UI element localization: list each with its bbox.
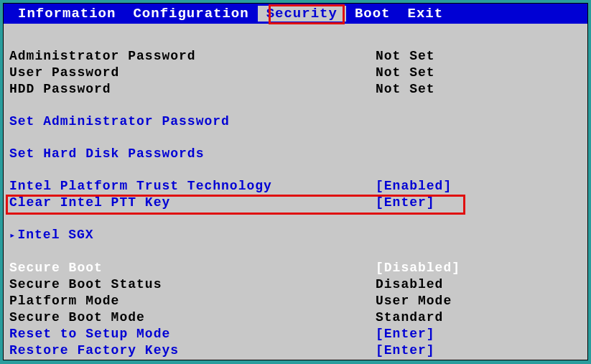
label-set-admin-password: Set Administrator Password	[9, 113, 376, 130]
label-set-hdd-passwords: Set Hard Disk Passwords	[9, 146, 376, 162]
row-set-admin-password[interactable]: Set Administrator Password	[9, 113, 582, 130]
value-secure-boot-mode: Standard	[376, 309, 582, 326]
label-platform-mode: Platform Mode	[9, 293, 376, 309]
row-intel-sgx[interactable]: Intel SGX	[9, 227, 582, 244]
value-intel-ptt: [Enabled]	[376, 178, 582, 195]
label-admin-password: Administrator Password	[9, 48, 376, 65]
value-platform-mode: User Mode	[376, 293, 582, 309]
menu-configuration[interactable]: Configuration	[124, 6, 257, 22]
menu-information[interactable]: Information	[9, 6, 124, 22]
label-restore-factory-keys: Restore Factory Keys	[9, 342, 376, 359]
menu-exit[interactable]: Exit	[399, 6, 452, 22]
row-reset-setup-mode[interactable]: Reset to Setup Mode [Enter]	[9, 326, 582, 342]
label-secure-boot-mode: Secure Boot Mode	[9, 309, 376, 326]
row-platform-mode: Platform Mode User Mode	[9, 293, 582, 309]
value-user-password: Not Set	[376, 65, 582, 81]
label-secure-boot: Secure Boot	[9, 260, 376, 276]
row-secure-boot-mode: Secure Boot Mode Standard	[9, 309, 582, 326]
value-restore-factory-keys: [Enter]	[376, 342, 582, 359]
label-hdd-password: HDD Password	[9, 81, 376, 98]
value-secure-boot: [Disabled]	[376, 260, 582, 276]
row-set-hdd-passwords[interactable]: Set Hard Disk Passwords	[9, 146, 582, 162]
value-reset-setup-mode: [Enter]	[376, 326, 582, 342]
bios-window: Information Configuration Security Boot …	[3, 3, 588, 360]
row-hdd-password: HDD Password Not Set	[9, 81, 582, 98]
row-admin-password: Administrator Password Not Set	[9, 48, 582, 65]
row-secure-boot[interactable]: Secure Boot [Disabled]	[9, 260, 582, 276]
row-secure-boot-status: Secure Boot Status Disabled	[9, 276, 582, 293]
value-admin-password: Not Set	[376, 48, 582, 65]
label-intel-ptt: Intel Platform Trust Technology	[9, 178, 376, 195]
label-intel-sgx: Intel SGX	[9, 227, 376, 244]
menu-boot[interactable]: Boot	[346, 6, 399, 22]
highlight-intel-ptt-row	[6, 195, 465, 215]
content-area: Administrator Password Not Set User Pass…	[4, 24, 587, 364]
value-secure-boot-status: Disabled	[376, 276, 582, 293]
row-user-password: User Password Not Set	[9, 65, 582, 81]
row-intel-ptt[interactable]: Intel Platform Trust Technology [Enabled…	[9, 178, 582, 195]
value-hdd-password: Not Set	[376, 81, 582, 98]
label-reset-setup-mode: Reset to Setup Mode	[9, 326, 376, 342]
label-user-password: User Password	[9, 65, 376, 81]
highlight-security-tab	[269, 4, 345, 24]
row-restore-factory-keys[interactable]: Restore Factory Keys [Enter]	[9, 342, 582, 359]
label-secure-boot-status: Secure Boot Status	[9, 276, 376, 293]
